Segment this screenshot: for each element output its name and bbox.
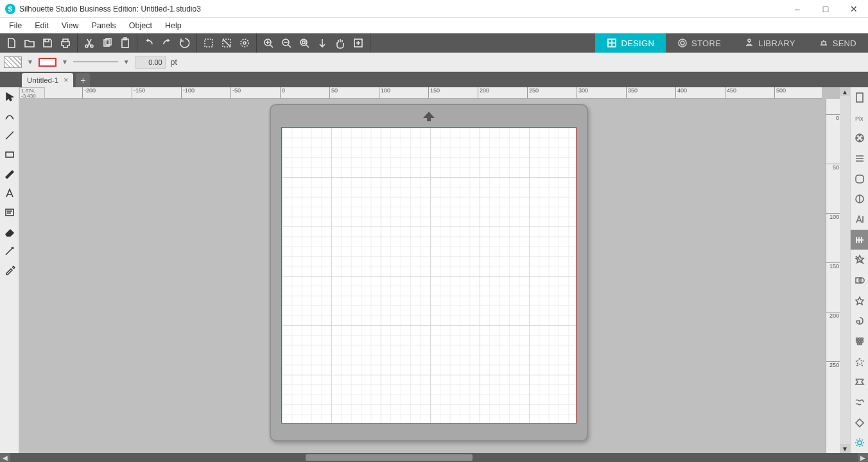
sketch-icon[interactable] [851, 352, 868, 372]
tab-design[interactable]: DESIGN [595, 33, 666, 53]
align-icon[interactable] [851, 230, 868, 250]
maximize-button[interactable]: □ [812, 0, 840, 18]
pan-button[interactable] [331, 34, 349, 52]
ruler-v-tick: 0 [826, 114, 840, 121]
menu-help[interactable]: Help [159, 20, 188, 31]
print-button[interactable] [56, 34, 74, 52]
nesting-icon[interactable] [851, 311, 868, 331]
open-file-button[interactable] [21, 34, 39, 52]
emboss-icon[interactable] [851, 392, 868, 413]
freehand-tool[interactable] [0, 164, 19, 184]
minimize-button[interactable]: – [783, 0, 812, 18]
barcode-icon[interactable] [851, 413, 868, 433]
modify-icon[interactable] [851, 270, 868, 291]
select-all-button[interactable] [200, 34, 218, 52]
save-button[interactable] [39, 34, 56, 52]
ruler-origin-readout: 1.674, -3.430 [19, 87, 45, 99]
menu-bar: File Edit View Panels Object Help [0, 18, 868, 33]
text-tool[interactable] [0, 184, 19, 203]
vertical-scrollbar[interactable]: ▲ ▼ [840, 87, 850, 453]
line-style-preview[interactable] [73, 62, 118, 62]
svg-point-36 [862, 340, 864, 342]
redo-button[interactable] [158, 34, 176, 52]
fill-swatch[interactable] [4, 56, 22, 68]
ruler-h-tick: -100 [181, 87, 195, 99]
zoom-drag-button[interactable] [349, 34, 367, 52]
fit-page-button[interactable] [313, 34, 331, 52]
menu-edit[interactable]: Edit [28, 20, 55, 31]
svg-point-31 [856, 338, 858, 339]
menu-file[interactable]: File [3, 20, 28, 31]
replicate-icon[interactable] [851, 250, 868, 270]
zoom-in-button[interactable] [259, 34, 277, 52]
tab-library[interactable]: LIBRARY [733, 33, 807, 53]
svg-point-33 [862, 338, 864, 339]
preferences-icon[interactable] [851, 432, 868, 453]
menu-panels[interactable]: Panels [85, 20, 123, 31]
tab-send[interactable]: SEND [807, 33, 868, 53]
recycle-button[interactable] [176, 34, 194, 52]
svg-point-16 [679, 39, 686, 47]
menu-object[interactable]: Object [123, 20, 159, 31]
line-color-dropdown-icon[interactable]: ▼ [62, 58, 68, 65]
scroll-left-button[interactable]: ◀ [0, 453, 10, 462]
svg-text:Pix: Pix [855, 116, 864, 122]
design-media[interactable] [281, 127, 577, 424]
line-tool[interactable] [0, 126, 19, 145]
rectangle-tool[interactable] [0, 145, 19, 164]
cut-button[interactable] [80, 34, 98, 52]
zoom-selection-button[interactable] [295, 34, 313, 52]
page-setup-icon[interactable] [851, 87, 868, 108]
text-style-icon[interactable] [851, 209, 868, 230]
line-color-swatch[interactable] [39, 58, 56, 67]
edit-points-tool[interactable] [0, 107, 19, 126]
line-style-dropdown-icon[interactable]: ▼ [123, 58, 130, 65]
undo-button[interactable] [140, 34, 158, 52]
eraser-tool[interactable] [0, 222, 19, 241]
trace-icon[interactable] [851, 189, 868, 209]
menu-view[interactable]: View [55, 20, 85, 31]
new-document-tab-button[interactable]: + [76, 73, 90, 87]
close-button[interactable]: ✕ [840, 0, 868, 18]
rhinestone-icon[interactable] [851, 331, 868, 352]
document-tab[interactable]: Untitled-1 × [22, 73, 73, 87]
horizontal-ruler: -200-150-100-500501001502002503003504004… [45, 87, 822, 99]
left-tool-palette [0, 87, 19, 453]
eyedropper-tool[interactable] [0, 261, 19, 280]
hscroll-track[interactable] [10, 453, 858, 462]
svg-point-38 [860, 343, 862, 345]
paste-button[interactable] [116, 34, 134, 52]
document-tab-close-icon[interactable]: × [64, 76, 68, 85]
scroll-down-button[interactable]: ▼ [840, 444, 850, 453]
svg-point-30 [859, 278, 864, 283]
tab-store[interactable]: STORE [666, 33, 733, 53]
warp-icon[interactable] [851, 169, 868, 189]
copy-button[interactable] [98, 34, 116, 52]
tab-design-label: DESIGN [621, 38, 654, 48]
svg-point-9 [243, 42, 246, 44]
horizontal-scrollbar[interactable]: ◀ ▶ [0, 453, 868, 462]
scroll-right-button[interactable]: ▶ [858, 453, 868, 462]
ruler-h-tick: 250 [527, 87, 539, 99]
svg-rect-27 [856, 175, 864, 183]
line-weight-input[interactable] [135, 56, 166, 69]
title-bar: S Silhouette Studio Business Edition: Un… [0, 0, 868, 18]
canvas-viewport[interactable] [19, 99, 822, 453]
fill-dropdown-icon[interactable]: ▼ [27, 58, 33, 65]
mat-load-arrow-icon [422, 110, 436, 124]
knife-tool[interactable] [0, 241, 19, 261]
new-file-button[interactable] [3, 34, 21, 52]
offset-icon[interactable] [851, 291, 868, 311]
select-tool[interactable] [0, 87, 19, 107]
group-select-button[interactable] [236, 34, 254, 52]
right-panel-strip: Pix [850, 87, 868, 453]
stipple-icon[interactable] [851, 372, 868, 392]
fill-color-icon[interactable] [851, 128, 868, 148]
hscroll-thumb[interactable] [306, 454, 473, 461]
zoom-out-button[interactable] [277, 34, 295, 52]
line-style-icon[interactable] [851, 148, 868, 169]
pixscan-icon[interactable]: Pix [851, 108, 868, 128]
scroll-up-button[interactable]: ▲ [840, 87, 850, 96]
deselect-button[interactable] [218, 34, 236, 52]
draw-note-tool[interactable] [0, 203, 19, 222]
